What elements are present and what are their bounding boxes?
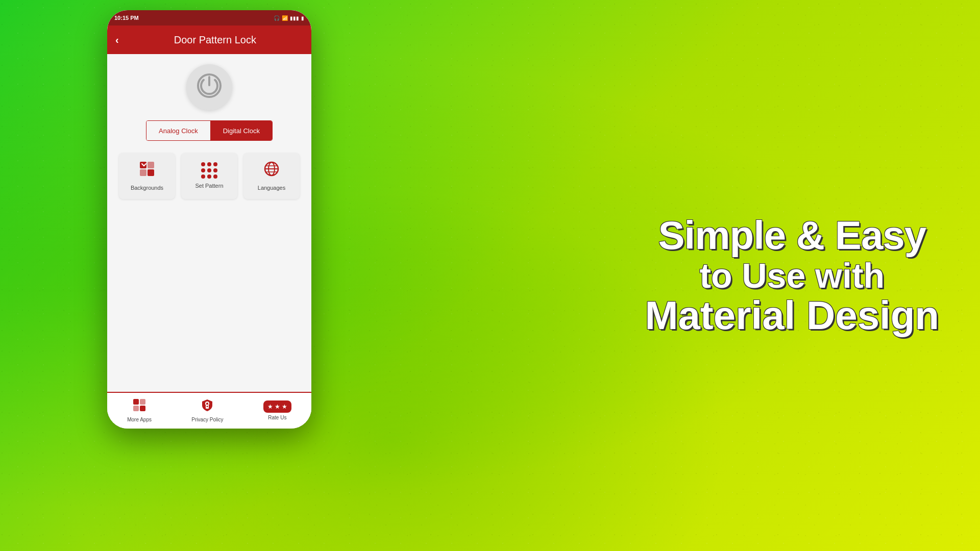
power-icon-wrapper <box>186 64 232 110</box>
app-title: Door Pattern Lock <box>127 34 303 46</box>
headphone-icon: 🎧 <box>274 15 280 21</box>
promo-text: Simple & Easy to Use with Material Desig… <box>645 215 939 337</box>
rate-us-label: Rate Us <box>268 415 286 421</box>
more-apps-nav-item[interactable]: More Apps <box>127 398 152 423</box>
rate-us-nav-item[interactable]: ★ ★ ★ Rate Us <box>263 400 291 421</box>
rate-us-icon: ★ ★ ★ <box>263 400 291 413</box>
status-time: 10:15 PM <box>114 15 139 21</box>
backgrounds-tile[interactable]: Backgrounds <box>119 153 175 199</box>
privacy-policy-icon <box>201 398 214 415</box>
more-apps-icon <box>133 398 146 415</box>
backgrounds-icon <box>139 161 155 181</box>
privacy-policy-nav-item[interactable]: Privacy Policy <box>191 398 223 423</box>
set-pattern-icon <box>201 162 217 179</box>
svg-rect-14 <box>140 406 145 411</box>
signal-icon: ▮▮▮ <box>290 15 299 21</box>
promo-line1: Simple & Easy <box>645 215 939 257</box>
phone-device: 10:15 PM 🎧 📶 ▮▮▮ ▮ ‹ Door Pattern Lock <box>107 10 311 429</box>
power-icon <box>197 73 222 102</box>
more-apps-label: More Apps <box>127 417 152 423</box>
app-bar: ‹ Door Pattern Lock <box>107 26 311 54</box>
digital-clock-button[interactable]: Digital Clock <box>211 121 272 140</box>
app-content: Analog Clock Digital Clock <box>107 54 311 392</box>
languages-icon <box>263 161 280 181</box>
promo-line2: to Use with <box>645 257 939 295</box>
clock-toggle[interactable]: Analog Clock Digital Clock <box>146 120 273 141</box>
svg-rect-4 <box>140 169 146 176</box>
svg-point-16 <box>207 406 208 407</box>
promo-line3: Material Design <box>645 294 939 336</box>
svg-rect-1 <box>208 76 210 86</box>
status-bar: 10:15 PM 🎧 📶 ▮▮▮ ▮ <box>107 10 311 26</box>
bottom-nav: More Apps Privacy Policy <box>107 392 311 429</box>
wifi-icon: 📶 <box>282 15 288 21</box>
svg-rect-3 <box>148 162 154 168</box>
set-pattern-tile[interactable]: Set Pattern <box>181 153 237 199</box>
back-button[interactable]: ‹ <box>115 34 119 46</box>
analog-clock-button[interactable]: Analog Clock <box>146 121 211 140</box>
svg-rect-11 <box>133 399 139 405</box>
languages-tile[interactable]: Languages <box>243 153 300 199</box>
svg-rect-13 <box>133 406 139 411</box>
backgrounds-label: Backgrounds <box>131 185 163 191</box>
phone-mockup: 10:15 PM 🎧 📶 ▮▮▮ ▮ ‹ Door Pattern Lock <box>82 10 347 541</box>
feature-grid: Backgrounds <box>119 153 300 199</box>
battery-icon: ▮ <box>301 15 304 21</box>
languages-label: Languages <box>258 185 285 191</box>
set-pattern-label: Set Pattern <box>195 183 223 189</box>
status-icons: 🎧 📶 ▮▮▮ ▮ <box>274 15 304 21</box>
privacy-policy-label: Privacy Policy <box>191 417 223 423</box>
svg-rect-12 <box>140 399 145 405</box>
svg-rect-5 <box>148 169 154 176</box>
